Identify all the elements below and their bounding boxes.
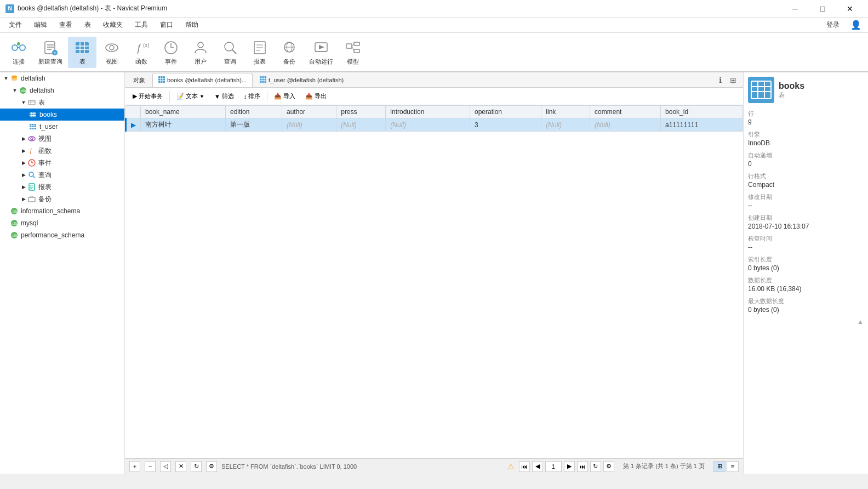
begin-transaction-button[interactable]: ▶ 开始事务 (128, 90, 167, 102)
toolbar-new-query[interactable]: + 新建查询 (34, 37, 67, 68)
login-button[interactable]: 登录 (820, 18, 846, 32)
tree-arrow-funcs[interactable]: ▶ (20, 147, 27, 155)
cell-book_name[interactable]: 南方树叶 (141, 118, 226, 132)
sidebar-item-reports[interactable]: ▶ 报表 (0, 181, 124, 193)
export-button[interactable]: 📤 导出 (301, 90, 331, 102)
col-header-operation[interactable]: operation (470, 106, 541, 118)
menu-file[interactable]: 文件 (3, 18, 27, 32)
sidebar-item-views[interactable]: ▶ 视图 (0, 133, 124, 145)
sidebar-item-events[interactable]: ▶ 事件 (0, 157, 124, 169)
sidebar-item-tables[interactable]: ▼ 表 (0, 96, 124, 109)
cell-link[interactable]: (Null) (541, 118, 590, 132)
sidebar-item-queries[interactable]: ▶ 查询 (0, 169, 124, 181)
tree-arrow-events[interactable]: ▶ (20, 159, 27, 167)
col-header-press[interactable]: press (336, 106, 386, 118)
rows-label: 行 (748, 110, 864, 118)
filter-button[interactable]: ▼ 筛选 (210, 90, 238, 102)
col-header-edition[interactable]: edition (225, 106, 282, 118)
data-table: book_name edition author press introduct… (125, 105, 743, 132)
toolbar-backup[interactable]: 备份 (275, 37, 304, 68)
toolbar-table[interactable]: 表 (68, 37, 96, 68)
table-row[interactable]: ▶ 南方树叶 第一版 (Null) (Null) (Null) 3 (Null)… (126, 118, 743, 132)
page-refresh-button[interactable]: ↻ (590, 461, 601, 472)
toolbar-model[interactable]: 模型 (339, 37, 367, 68)
page-settings-button[interactable]: ⚙ (603, 461, 614, 472)
settings-data-button[interactable]: ⚙ (206, 461, 217, 472)
maximize-button[interactable]: □ (810, 0, 835, 18)
col-header-introduction[interactable]: introduction (386, 106, 470, 118)
sidebar-item-information-schema[interactable]: ▶ db information_schema (0, 205, 124, 217)
page-number-input[interactable] (545, 461, 562, 472)
sidebar-item-deltafish-conn[interactable]: ▼ deltafish (0, 72, 124, 84)
col-header-empty[interactable] (126, 106, 141, 118)
data-len-value: 16.00 KB (16,384) (748, 285, 864, 293)
toolbar-connect[interactable]: 连接 (4, 37, 33, 68)
menu-help[interactable]: 帮助 (180, 18, 204, 32)
menu-window[interactable]: 窗口 (155, 18, 179, 32)
page-prev-button[interactable]: ◀ (532, 461, 543, 472)
tab-tuser[interactable]: t_user @deltafish (deltafish) (254, 73, 350, 87)
user-icon[interactable]: 👤 (847, 18, 865, 32)
tree-arrow-backup[interactable]: ▶ (20, 195, 27, 203)
page-next-button[interactable]: ▶ (564, 461, 575, 472)
import-button[interactable]: 📥 导入 (270, 90, 300, 102)
cell-edition[interactable]: 第一版 (225, 118, 282, 132)
sidebar-item-backup[interactable]: ▶ 备份 (0, 193, 124, 205)
grid-view-button[interactable]: ⊞ (713, 461, 726, 472)
cell-book_id[interactable]: a11111111 (661, 118, 743, 132)
toolbar-report[interactable]: 报表 (245, 37, 274, 68)
menu-edit[interactable]: 编辑 (28, 18, 53, 32)
sidebar-item-mysql[interactable]: ▶ db mysql (0, 217, 124, 229)
col-header-comment[interactable]: comment (590, 106, 661, 118)
scroll-up-icon[interactable]: ▲ (857, 318, 864, 326)
row-format-value: Compact (748, 181, 864, 189)
page-last-button[interactable]: ⏭ (577, 461, 588, 472)
undo-row-button[interactable]: ◁ (160, 461, 171, 472)
toolbar-query[interactable]: 查询 (216, 37, 244, 68)
toolbar-function[interactable]: ƒ (x) 函数 (127, 37, 156, 68)
col-header-book_name[interactable]: book_name (141, 106, 226, 118)
close-button[interactable]: ✕ (837, 0, 863, 18)
sidebar-item-deltafish-schema[interactable]: ▼ db deltafish (0, 84, 124, 96)
menu-table[interactable]: 表 (79, 18, 96, 32)
sidebar-item-tuser[interactable]: t_user (0, 121, 124, 133)
toolbar-autorun[interactable]: 自动运行 (305, 37, 338, 68)
tree-arrow-tables[interactable]: ▼ (20, 99, 27, 106)
tree-arrow-reports[interactable]: ▶ (20, 183, 27, 191)
sidebar-item-books[interactable]: books (0, 109, 124, 121)
cell-operation[interactable]: 3 (470, 118, 541, 132)
text-button[interactable]: 📝 文本 ▼ (172, 90, 209, 102)
sidebar-item-performance-schema[interactable]: ▶ db performance_schema (0, 229, 124, 241)
menu-view[interactable]: 查看 (54, 18, 78, 32)
form-view-button[interactable]: ≡ (727, 461, 739, 472)
tab-books[interactable]: books @deltafish (deltafish)... (152, 73, 253, 87)
sort-button[interactable]: ↕ 排序 (239, 90, 265, 102)
tree-arrow-deltafish[interactable]: ▼ (2, 75, 10, 82)
cell-author[interactable]: (Null) (282, 118, 336, 132)
delete-row-button[interactable]: − (145, 461, 156, 472)
tree-arrow-schema[interactable]: ▼ (11, 87, 19, 94)
col-header-link[interactable]: link (541, 106, 590, 118)
col-header-book_id[interactable]: book_id (661, 106, 743, 118)
tree-arrow-queries[interactable]: ▶ (20, 171, 27, 179)
cell-introduction[interactable]: (Null) (386, 118, 470, 132)
tree-arrow-views[interactable]: ▶ (20, 135, 27, 143)
cell-press[interactable]: (Null) (336, 118, 386, 132)
toolbar-event[interactable]: 事件 (157, 37, 185, 68)
toolbar-view[interactable]: 视图 (98, 37, 126, 68)
add-row-button[interactable]: + (129, 461, 140, 472)
tab-objects[interactable]: 对象 (127, 73, 151, 87)
page-first-button[interactable]: ⏮ (519, 461, 530, 472)
col-header-author[interactable]: author (282, 106, 336, 118)
sidebar-item-functions[interactable]: ▶ ƒ 函数 (0, 145, 124, 157)
tab-books-icon (158, 76, 165, 84)
minimize-button[interactable]: ─ (783, 0, 808, 18)
tab-info-button[interactable]: ℹ (715, 75, 726, 86)
tab-grid-button[interactable]: ⊞ (728, 75, 739, 86)
menu-tools[interactable]: 工具 (129, 18, 153, 32)
menu-favorites[interactable]: 收藏夹 (98, 18, 128, 32)
discard-row-button[interactable]: ✕ (175, 461, 186, 472)
toolbar-user[interactable]: 用户 (186, 37, 215, 68)
refresh-data-button[interactable]: ↻ (191, 461, 202, 472)
cell-comment[interactable]: (Null) (590, 118, 661, 132)
